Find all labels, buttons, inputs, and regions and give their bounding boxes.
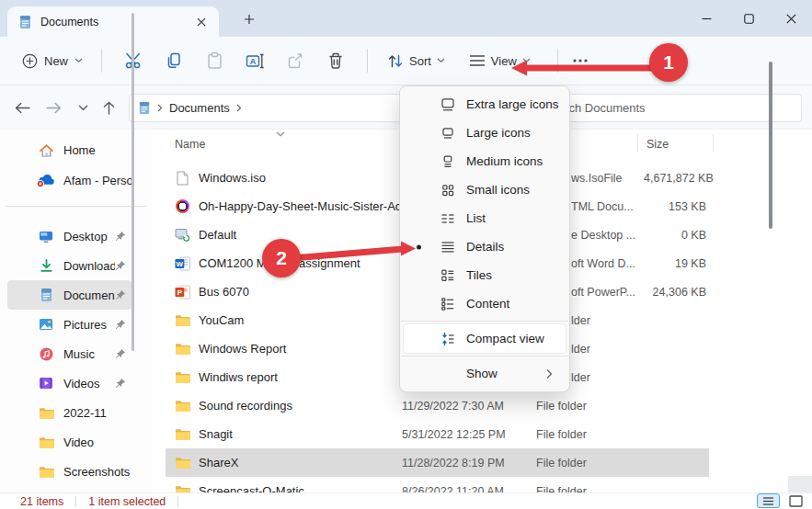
folder-icon	[174, 342, 190, 356]
file-name: ShareX	[199, 456, 238, 469]
sidebar-item-video[interactable]: Video	[7, 427, 132, 457]
tiles-view-icon	[440, 268, 455, 283]
svg-text:P: P	[177, 288, 182, 296]
sidebar-item-label: 2022-11	[63, 406, 132, 420]
size-cell: 19 KB	[644, 257, 706, 270]
powerpoint-icon: P	[174, 285, 190, 300]
menu-item-label: Content	[466, 297, 509, 311]
file-name-cell: Oh-Happy-Day-Sheet-Music-Sister-Act-(...	[166, 199, 402, 213]
sidebar-item-afam-personal[interactable]: Afam - Personal	[7, 165, 132, 196]
menu-item-label: Show	[466, 367, 497, 380]
status-bar: 21 items 1 item selected	[0, 492, 812, 509]
file-name: Windows.iso	[199, 171, 266, 185]
menu-item-label: Medium icons	[466, 154, 543, 168]
date-modified-cell: 11/28/2022 8:19 PM	[402, 457, 536, 469]
view-button-label: View	[491, 54, 517, 68]
file-name-cell: PBus 6070	[166, 285, 402, 300]
view-menu-item-show[interactable]: Show	[404, 359, 566, 388]
sidebar-item-music[interactable]: Music	[7, 339, 132, 368]
back-button[interactable]	[9, 95, 35, 120]
name-sort-chevron-icon[interactable]	[276, 131, 285, 137]
sidebar-item-home[interactable]: Home	[7, 135, 132, 165]
file-name-cell: Snagit	[166, 427, 402, 441]
column-separator[interactable]	[637, 134, 638, 153]
details-view-toggle[interactable]	[757, 493, 780, 508]
sidebar-item-documents[interactable]: Documents	[7, 280, 132, 310]
copy-button[interactable]	[154, 43, 194, 78]
item-count: 21 items	[20, 495, 63, 508]
content-view-icon	[440, 297, 455, 311]
sort-button[interactable]: Sort	[379, 48, 453, 74]
up-button[interactable]	[96, 95, 121, 120]
home-icon	[35, 143, 57, 158]
view-menu-item-details[interactable]: Details	[404, 232, 566, 261]
column-separator[interactable]	[713, 134, 714, 153]
breadcrumb-documents[interactable]: Documents	[169, 101, 230, 115]
size-cell: 4,671,872 KB	[644, 172, 714, 185]
sidebar-item-label: Videos	[63, 377, 115, 390]
view-menu-item-compact-view[interactable]: Compact view	[404, 324, 566, 353]
file-row-screencast-o-matic[interactable]: Screencast-O-Matic8/26/2022 11:20 AMFile…	[166, 477, 709, 492]
large-icons-icon	[440, 126, 455, 141]
new-tab-button[interactable]	[237, 9, 261, 29]
step-1-badge: 1	[649, 43, 688, 82]
sidebar-item-downloads[interactable]: Downloads	[7, 251, 132, 280]
view-menu-item-content[interactable]: Content	[404, 289, 566, 318]
search-input[interactable]	[533, 94, 802, 122]
share-button[interactable]	[275, 43, 315, 78]
recent-locations-button[interactable]	[70, 95, 96, 120]
date-modified-cell: 5/31/2022 12:25 PM	[402, 428, 536, 441]
maximize-button[interactable]	[727, 0, 770, 37]
view-menu-item-large-icons[interactable]: Large icons	[404, 119, 566, 147]
selection-count: 1 item selected	[88, 495, 166, 508]
folder-icon	[35, 465, 57, 479]
downloads-icon	[35, 258, 57, 273]
paste-button[interactable]	[194, 43, 234, 78]
new-button[interactable]: New	[15, 48, 90, 74]
view-menu-item-list[interactable]: List	[404, 204, 566, 232]
sidebar-item-2022-11[interactable]: 2022-11	[7, 398, 132, 427]
chevron-right-icon	[236, 104, 242, 112]
videos-icon	[35, 377, 57, 390]
title-bar: Documents	[0, 0, 812, 37]
close-button[interactable]	[770, 0, 812, 37]
folder-icon	[35, 406, 57, 420]
minimize-button[interactable]	[685, 0, 727, 37]
large-icons-view-toggle[interactable]	[786, 493, 805, 508]
view-menu-item-extra-large-icons[interactable]: Extra large icons	[404, 90, 566, 119]
word-icon: W	[174, 256, 190, 271]
view-button[interactable]: View	[461, 49, 539, 74]
svg-text:A: A	[249, 56, 256, 65]
file-list-scrollbar[interactable]	[769, 62, 772, 229]
sidebar-item-label: Afam - Personal	[63, 174, 132, 187]
sidebar-scrollbar[interactable]	[132, 13, 134, 351]
see-more-button[interactable]	[569, 59, 591, 62]
column-header-size[interactable]: Size	[646, 138, 669, 151]
file-name-cell: Windiws report	[166, 370, 402, 384]
sidebar-item-desktop[interactable]: Desktop	[7, 221, 132, 251]
sidebar-item-videos[interactable]: Videos	[7, 368, 132, 398]
desktop-icon	[35, 230, 57, 243]
delete-button[interactable]	[315, 43, 356, 78]
list-view-icon	[440, 211, 455, 226]
sidebar-item-pictures[interactable]: Pictures	[7, 310, 132, 339]
view-menu-item-small-icons[interactable]: Small icons	[404, 175, 566, 204]
view-menu-item-tiles[interactable]: Tiles	[404, 261, 566, 289]
file-row-snagit[interactable]: Snagit5/31/2022 12:25 PMFile folder	[166, 420, 709, 448]
view-toggles	[757, 493, 805, 508]
tab-documents[interactable]: Documents	[7, 6, 219, 37]
file-row-sound-recordings[interactable]: Sound recordings11/29/2022 7:30 AMFile f…	[166, 391, 709, 420]
file-row-sharex[interactable]: ShareX11/28/2022 8:19 PMFile folder	[166, 448, 709, 477]
forward-button[interactable]	[40, 95, 66, 120]
sort-button-label: Sort	[409, 54, 431, 68]
sidebar-divider	[6, 206, 146, 207]
file-name: Oh-Happy-Day-Sheet-Music-Sister-Act-(...	[199, 199, 402, 213]
view-dropdown-menu: Extra large iconsLarge iconsMedium icons…	[399, 85, 570, 392]
rename-button[interactable]: A	[234, 43, 275, 78]
file-name-cell: Windows Report	[166, 342, 402, 356]
sidebar-item-screenshots[interactable]: Screenshots	[7, 457, 132, 486]
column-header-name[interactable]: Name	[175, 138, 205, 151]
tab-close-icon[interactable]	[191, 12, 212, 32]
view-menu-item-medium-icons[interactable]: Medium icons	[404, 147, 566, 175]
folder-icon	[174, 399, 190, 413]
